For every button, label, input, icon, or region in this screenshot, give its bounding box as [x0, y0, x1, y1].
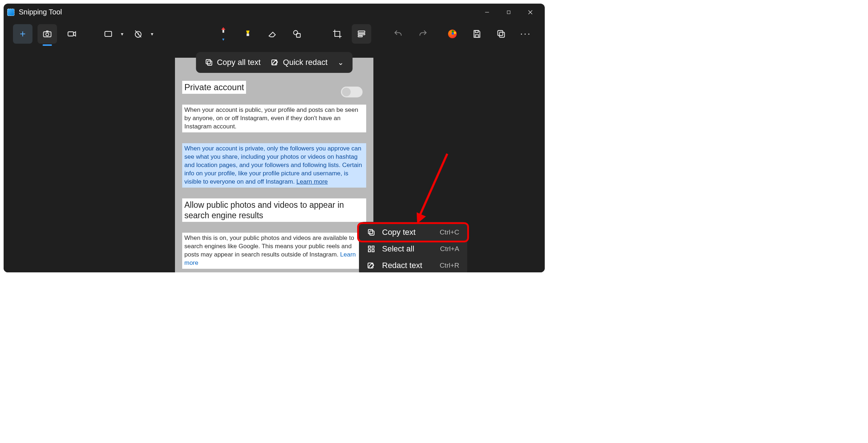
text-actions-button[interactable] — [352, 24, 371, 44]
context-item-label: Select all — [382, 244, 414, 254]
snip-paragraph-search: When this is on, your public photos and … — [182, 233, 366, 269]
more-button[interactable]: ··· — [516, 24, 535, 44]
copy-all-text-button[interactable]: Copy all text — [205, 58, 260, 67]
snip-mode-button[interactable] — [38, 24, 57, 44]
context-copy-text[interactable]: Copy text Ctrl+C — [359, 224, 467, 241]
copy-icon — [367, 228, 376, 237]
svg-rect-28 — [368, 250, 371, 252]
context-select-all[interactable]: Select all Ctrl+A — [359, 241, 467, 257]
snip-shape-dropdown[interactable] — [98, 24, 118, 44]
annotation-arrow — [411, 153, 455, 225]
svg-rect-16 — [358, 35, 363, 37]
context-item-label: Redact text — [382, 261, 422, 270]
app-icon — [7, 9, 14, 16]
record-mode-button[interactable] — [62, 24, 82, 44]
svg-rect-25 — [368, 229, 373, 234]
snip-para2-text: When your account is private, only the f… — [184, 145, 362, 185]
crop-tool-button[interactable] — [328, 24, 347, 44]
chevron-down-icon: ▾ — [151, 31, 153, 37]
svg-rect-14 — [358, 31, 365, 33]
svg-rect-17 — [475, 30, 478, 32]
close-button[interactable] — [520, 5, 541, 19]
snip-heading-search: Allow public photos and videos to appear… — [182, 198, 366, 222]
delay-dropdown[interactable] — [128, 24, 148, 44]
svg-rect-1 — [507, 11, 510, 14]
text-actions-floatbar: Copy all text Quick redact ⌄ — [196, 52, 352, 73]
minimize-button[interactable] — [476, 5, 498, 19]
context-item-label: Copy text — [382, 228, 416, 237]
chevron-down-icon: ▾ — [121, 31, 123, 37]
undo-button[interactable] — [389, 24, 408, 44]
quick-redact-button[interactable]: Quick redact — [271, 58, 328, 67]
save-button[interactable] — [467, 24, 487, 44]
svg-rect-26 — [368, 246, 371, 248]
redo-button[interactable] — [413, 24, 433, 44]
svg-point-12 — [293, 30, 298, 35]
context-menu: Copy text Ctrl+C Select all Ctrl+A Redac… — [359, 222, 467, 272]
new-snip-button[interactable]: + — [13, 24, 32, 44]
paint-button[interactable] — [443, 24, 462, 44]
learn-more-link[interactable]: Learn more — [297, 178, 328, 185]
snip-heading-private: Private account — [182, 81, 246, 94]
context-item-shortcut: Ctrl+C — [440, 228, 459, 236]
highlighter-tool-button[interactable] — [238, 24, 258, 44]
copy-button[interactable] — [491, 24, 511, 44]
context-item-shortcut: Ctrl+A — [440, 245, 459, 253]
select-all-icon — [367, 245, 376, 253]
svg-rect-29 — [372, 250, 374, 252]
svg-rect-27 — [372, 246, 374, 248]
svg-rect-22 — [206, 60, 210, 64]
svg-rect-10 — [223, 30, 224, 32]
private-account-toggle[interactable] — [341, 87, 363, 97]
snip-para3-text: When this is on, your public photos and … — [184, 234, 354, 258]
svg-rect-7 — [105, 31, 112, 36]
pen-tool-button[interactable]: ▾ — [214, 24, 233, 44]
svg-rect-21 — [207, 61, 212, 65]
chevron-down-icon[interactable]: ⌄ — [338, 58, 344, 67]
context-redact-text[interactable]: Redact text Ctrl+R — [359, 257, 467, 272]
app-window: Snipping Tool + ▾ ▾ ▾ — [4, 4, 545, 272]
snip-paragraph-private-selected[interactable]: When your account is private, only the f… — [182, 143, 366, 188]
context-item-shortcut: Ctrl+R — [440, 262, 459, 269]
maximize-button[interactable] — [498, 5, 520, 19]
svg-rect-20 — [498, 30, 503, 35]
eraser-tool-button[interactable] — [263, 24, 282, 44]
svg-rect-15 — [358, 34, 365, 35]
svg-rect-11 — [247, 34, 249, 36]
toolbar: + ▾ ▾ ▾ — [4, 21, 545, 47]
snip-paragraph-public: When your account is public, your profil… — [182, 105, 366, 132]
shapes-tool-button[interactable] — [287, 24, 307, 44]
svg-rect-6 — [68, 32, 73, 36]
svg-rect-19 — [500, 32, 505, 37]
redact-icon — [367, 261, 376, 270]
copy-all-text-label: Copy all text — [217, 58, 260, 67]
titlebar: Snipping Tool — [4, 4, 545, 21]
canvas-area: Copy all text Quick redact ⌄ Private acc… — [4, 47, 545, 272]
svg-rect-24 — [370, 231, 374, 235]
svg-point-5 — [46, 33, 49, 36]
svg-rect-18 — [475, 35, 478, 37]
captured-screenshot[interactable]: Copy all text Quick redact ⌄ Private acc… — [175, 58, 373, 272]
app-title: Snipping Tool — [19, 8, 62, 16]
quick-redact-label: Quick redact — [283, 58, 328, 67]
